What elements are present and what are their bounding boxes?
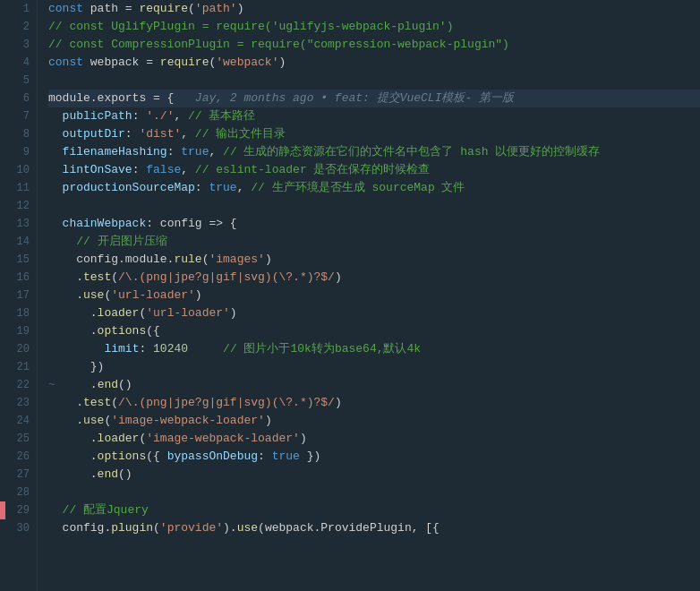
code-line: productionSourceMap: true, // 生产环境是否生成 s… — [48, 179, 700, 197]
line-number: 23 — [13, 394, 30, 412]
line-number: 12 — [13, 197, 30, 215]
line-number: 3 — [13, 36, 30, 54]
line-numbers: 1234567891011121314151617181920212223242… — [5, 0, 38, 591]
code-line: // const UglifyPlugin = require('uglifyj… — [48, 18, 700, 36]
code-line: // const CompressionPlugin = require("co… — [48, 36, 700, 54]
code-line: lintOnSave: false, // eslint-loader 是否在保… — [48, 161, 700, 179]
code-line: .options({ bypassOnDebug: true }) — [48, 448, 700, 466]
code-line: limit: 10240 // 图片小于10k转为base64,默认4k — [48, 340, 700, 358]
code-line: ~ .end() — [48, 376, 700, 394]
line-number: 13 — [13, 215, 30, 233]
code-line: .options({ — [48, 322, 700, 340]
line-number: 28 — [13, 484, 30, 501]
line-number: 21 — [13, 358, 30, 376]
line-number: 16 — [13, 269, 30, 287]
line-number: 9 — [13, 143, 30, 161]
code-content[interactable]: const path = require('path')// const Ugl… — [38, 0, 700, 591]
line-number: 14 — [13, 233, 30, 251]
line-number: 20 — [13, 340, 30, 358]
line-number: 6 — [13, 90, 30, 107]
code-line: config.plugin('provide').use(webpack.Pro… — [48, 519, 700, 537]
code-line: .test(/\.(png|jpe?g|gif|svg)(\?.*)?$/) — [48, 394, 700, 412]
code-line: const webpack = require('webpack') — [48, 54, 700, 72]
line-number: 7 — [13, 107, 30, 125]
code-line: .loader('url-loader') — [48, 304, 700, 322]
line-number: 17 — [13, 287, 30, 304]
code-editor: 1234567891011121314151617181920212223242… — [0, 0, 700, 591]
code-line: .use('url-loader') — [48, 287, 700, 304]
code-area: 1234567891011121314151617181920212223242… — [0, 0, 700, 591]
code-line: .end() — [48, 466, 700, 484]
line-number: 10 — [13, 161, 30, 179]
code-line: .use('image-webpack-loader') — [48, 412, 700, 430]
line-number: 25 — [13, 430, 30, 448]
line-number: 24 — [13, 412, 30, 430]
modified-line-indicator — [0, 501, 5, 519]
code-line: module.exports = { Jay, 2 months ago • f… — [48, 90, 700, 107]
line-number: 29 — [13, 501, 30, 519]
code-line — [48, 484, 700, 501]
line-number: 18 — [13, 304, 30, 322]
line-number: 2 — [13, 18, 30, 36]
line-number: 26 — [13, 448, 30, 466]
code-line: publicPath: './', // 基本路径 — [48, 107, 700, 125]
code-line: const path = require('path') — [48, 0, 700, 18]
code-line — [48, 72, 700, 90]
line-number: 4 — [13, 54, 30, 72]
code-line: outputDir: 'dist', // 输出文件目录 — [48, 125, 700, 143]
line-number: 1 — [13, 0, 30, 18]
line-number: 11 — [13, 179, 30, 197]
code-line: .test(/\.(png|jpe?g|gif|svg)(\?.*)?$/) — [48, 269, 700, 287]
code-line: .loader('image-webpack-loader') — [48, 430, 700, 448]
code-line: chainWebpack: config => { — [48, 215, 700, 233]
code-line: config.module.rule('images') — [48, 251, 700, 269]
code-line: // 配置Jquery — [48, 501, 700, 519]
line-number: 8 — [13, 125, 30, 143]
left-decorations — [0, 0, 5, 591]
code-line: // 开启图片压缩 — [48, 233, 700, 251]
line-number: 22 — [13, 376, 30, 394]
line-number: 30 — [13, 519, 30, 537]
code-line: filenameHashing: true, // 生成的静态资源在它们的文件名… — [48, 143, 700, 161]
line-number: 19 — [13, 322, 30, 340]
code-line — [48, 197, 700, 215]
line-number: 27 — [13, 466, 30, 484]
code-line: }) — [48, 358, 700, 376]
line-number: 15 — [13, 251, 30, 269]
line-number: 5 — [13, 72, 30, 90]
